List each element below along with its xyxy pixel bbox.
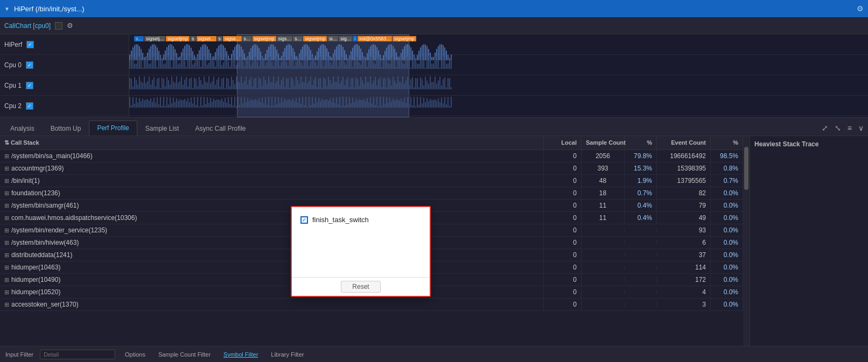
svg-rect-764	[394, 101, 395, 108]
svg-rect-758	[384, 104, 386, 108]
th-event-count[interactable]: Event Count	[657, 136, 711, 150]
svg-rect-415	[153, 77, 155, 89]
svg-rect-575	[412, 77, 413, 89]
svg-rect-522	[326, 86, 327, 89]
svg-rect-377	[415, 58, 416, 69]
th-local[interactable]: Local	[544, 136, 582, 150]
expand-row-icon-5[interactable]: ⊞	[4, 215, 9, 221]
svg-rect-569	[402, 76, 403, 89]
expand-row-icon-3[interactable]: ⊞	[4, 190, 9, 196]
svg-rect-513	[312, 85, 313, 89]
settings-icon[interactable]: ⚙	[857, 4, 864, 13]
svg-rect-390	[436, 56, 437, 69]
hiperfl-checkbox[interactable]: ✓	[26, 41, 34, 48]
svg-rect-433	[183, 85, 184, 89]
tab-analysis[interactable]: Analysis	[2, 121, 43, 136]
collapse-icon[interactable]: ⤡	[832, 123, 843, 133]
expand-row-icon-1[interactable]: ⊞	[4, 165, 9, 172]
svg-rect-723	[328, 101, 329, 108]
svg-rect-641	[195, 105, 197, 108]
svg-rect-455	[218, 77, 219, 89]
input-filter-input[interactable]	[40, 350, 115, 359]
svg-rect-242	[197, 56, 198, 69]
cpu2-checkbox[interactable]: ✓	[26, 102, 33, 110]
svg-rect-725	[331, 102, 332, 108]
svg-rect-682	[262, 97, 263, 108]
tab-bottom-up[interactable]: Bottom Up	[43, 121, 89, 136]
table-row[interactable]: ⊞/system/bin/sa_main(10466) 0 2056 79.8%…	[0, 150, 743, 162]
cpu1-checkbox[interactable]: ✓	[26, 82, 33, 89]
tab-async-call-profile[interactable]: Async Call Profile	[187, 121, 254, 136]
svg-rect-520	[323, 77, 324, 89]
svg-rect-771	[405, 103, 407, 108]
expand-row-icon-8[interactable]: ⊞	[4, 252, 9, 258]
table-row[interactable]: ⊞/bin/init(1) 0 48 1.9% 13795565 0.7%	[0, 175, 743, 187]
track-cpu2[interactable]	[129, 96, 868, 116]
expand-row-icon-11[interactable]: ⊞	[4, 289, 9, 295]
svg-rect-562	[391, 86, 392, 89]
symbol-filter-button[interactable]: Symbol Filter	[220, 350, 261, 359]
svg-rect-655	[218, 100, 219, 108]
svg-rect-698	[288, 100, 289, 108]
svg-rect-430	[178, 83, 179, 89]
svg-rect-523	[328, 77, 329, 89]
td-pct1-8	[625, 253, 657, 257]
expand-row-icon-9[interactable]: ⊞	[4, 264, 9, 271]
th-sample-count[interactable]: Sample Count	[582, 136, 625, 150]
svg-rect-772	[407, 97, 408, 108]
svg-rect-601	[131, 105, 132, 108]
svg-rect-421	[163, 79, 164, 89]
expand-row-icon-6[interactable]: ⊞	[4, 227, 9, 233]
timeline-chart[interactable]: s... sigsetj... sigsetjmp s sigset... s …	[129, 34, 868, 117]
expand-row-icon-0[interactable]: ⊞	[4, 153, 9, 159]
th-call-stack[interactable]: ⇅ Call Stack	[0, 136, 544, 150]
cpu1-label: Cpu 1	[4, 82, 22, 89]
table-row[interactable]: ⊞accountmgr(1369) 0 393 15.3% 15398395 0…	[0, 162, 743, 175]
td-pct2-7: 0.0%	[711, 237, 743, 249]
popup-item-finish-task-switch[interactable]: ✓ finish_task_switch	[300, 214, 421, 226]
chevron-down-tabs-icon[interactable]: ∨	[856, 123, 866, 133]
svg-rect-285	[267, 62, 268, 69]
library-filter-button[interactable]: Library Filter	[268, 350, 307, 359]
svg-rect-464	[233, 80, 234, 89]
expand-row-icon-7[interactable]: ⊞	[4, 239, 9, 246]
table-row[interactable]: ⊞accesstoken_ser(1370) 0 3 0.0%	[0, 299, 743, 311]
expand-row-icon-12[interactable]: ⊞	[4, 301, 9, 308]
track-hiperfl[interactable]: s... sigsetj... sigsetjmp s sigset... s …	[129, 34, 868, 55]
stack-trace-title: Heaviest Stack Trace	[754, 140, 864, 148]
svg-rect-274	[249, 59, 250, 69]
svg-rect-262	[229, 66, 230, 69]
callchart-checkbox[interactable]	[55, 22, 62, 30]
tab-perf-profile[interactable]: Perf Profile	[89, 120, 137, 136]
svg-rect-244	[200, 67, 201, 69]
track-cpu0[interactable]	[129, 55, 868, 75]
svg-rect-441	[195, 79, 197, 89]
svg-rect-580	[420, 77, 421, 89]
expand-icon[interactable]: ⤢	[820, 123, 830, 133]
expand-row-icon-4[interactable]: ⊞	[4, 202, 9, 209]
svg-rect-611	[147, 99, 148, 108]
cpu0-checkbox[interactable]: ✓	[26, 61, 33, 69]
track-cpu1[interactable]	[129, 75, 868, 96]
svg-rect-626	[171, 103, 172, 108]
sample-count-filter-button[interactable]: Sample Count Filter	[155, 350, 214, 359]
expand-row-icon-10[interactable]: ⊞	[4, 276, 9, 283]
reset-button[interactable]: Reset	[341, 281, 380, 293]
svg-rect-234	[184, 61, 185, 69]
options-button[interactable]: Options	[122, 350, 149, 359]
svg-rect-282	[262, 56, 263, 69]
callchart-gear-icon[interactable]: ⚙	[67, 22, 73, 30]
popup-item-checkbox[interactable]: ✓	[300, 216, 308, 224]
tab-sample-list[interactable]: Sample List	[137, 121, 187, 136]
th-pct1[interactable]: %	[625, 136, 657, 150]
expand-row-icon-2[interactable]: ⊞	[4, 178, 9, 184]
svg-rect-431	[179, 81, 180, 89]
th-pct2[interactable]: %	[711, 136, 743, 150]
vertical-scrollbar[interactable]	[743, 136, 750, 346]
table-row[interactable]: ⊞foundation(1236) 0 18 0.7% 82 0.0%	[0, 187, 743, 200]
svg-rect-379	[418, 64, 419, 69]
settings-tabs-icon[interactable]: ≡	[845, 123, 854, 133]
scroll-thumb[interactable]	[744, 147, 748, 190]
svg-rect-387	[431, 64, 432, 69]
td-local-8: 0	[544, 249, 582, 261]
